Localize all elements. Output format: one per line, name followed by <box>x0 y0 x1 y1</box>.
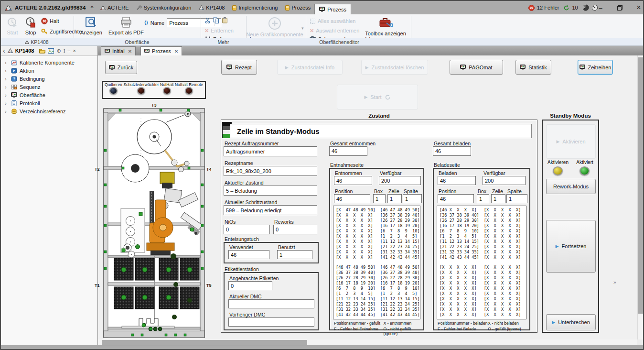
verfuegbar-field[interactable] <box>379 176 421 185</box>
ribbon-neue-grafikkomponente-button[interactable]: Neue Grafikkomponente <box>249 15 300 39</box>
nothalt-remote-light <box>185 87 193 95</box>
menu-tab-prozess[interactable]: Prozess <box>285 5 311 11</box>
titlebar-active-tab-prozess[interactable]: Prozess <box>314 4 351 14</box>
tree-item-sequenz[interactable]: › Sequenz <box>1 83 97 91</box>
play-icon: ▶ <box>556 244 559 249</box>
box-field[interactable] <box>373 194 386 203</box>
pie-chart-icon[interactable] <box>582 4 589 11</box>
cut-icon[interactable] <box>204 17 211 23</box>
doc-tab-initial[interactable]: Initial ✕ <box>101 46 136 55</box>
close-tab-icon[interactable]: ✕ <box>174 49 178 54</box>
zeile-field[interactable] <box>387 194 402 203</box>
minimize-button[interactable]: – <box>596 4 605 11</box>
menu-tab-systemkonfiguration[interactable]: Systemkonfiguration <box>137 5 192 11</box>
application-window: ACTERE 2.0.2162.gfd99834 ^ ACTERE System… <box>0 0 644 350</box>
etikettierstation-groupbox: Angebrachte Etiketten Aktueller DMC Vorh… <box>224 272 319 330</box>
position-field[interactable] <box>438 194 474 203</box>
paste-icon[interactable] <box>222 17 228 23</box>
grafik-dropdown-chevron[interactable]: ▾ <box>301 26 304 31</box>
ribbon-alles-auswaehlen-button[interactable]: Alles auswählen <box>310 17 356 25</box>
zeitreihen-button[interactable]: Zeitreihen <box>578 60 613 75</box>
tree-item-bedingung[interactable]: › ? Bedingung <box>1 75 97 83</box>
screenshot-icon[interactable] <box>48 48 54 54</box>
expander-icon[interactable]: › <box>5 84 9 90</box>
ribbon-zugriffsrechte-button[interactable]: Zugriffsrechte <box>41 28 82 35</box>
tree-item-aktion[interactable]: › Aktion <box>1 66 97 75</box>
menu-tab-implementierung[interactable]: Implementierung <box>232 5 278 11</box>
statistik-button[interactable]: Statistik <box>515 60 551 75</box>
menu-tab-actere[interactable]: ACTERE <box>100 5 129 11</box>
zeile-field[interactable] <box>491 194 505 203</box>
vertical-align-icon[interactable]: I <box>64 48 65 54</box>
expander-icon[interactable]: › <box>5 109 9 114</box>
ribbon-anzeigen-button[interactable]: Anzeigen <box>77 15 105 39</box>
spalte-field[interactable] <box>403 194 422 203</box>
back-chevron-icon[interactable]: ‹ <box>3 47 5 55</box>
entnommen-field[interactable] <box>334 176 372 185</box>
tree-item-verzeichnisreferenz[interactable]: › Verzeichnisreferenz <box>1 107 97 115</box>
close-tab-icon[interactable]: ✕ <box>128 49 132 54</box>
unterbrechen-button[interactable]: ▶ Unterbrechen <box>546 314 596 330</box>
aktivieren-button[interactable]: ▶ Aktivieren <box>546 124 596 159</box>
spalte-field[interactable] <box>506 194 527 203</box>
horizontal-scrollbar-thumb[interactable] <box>102 340 307 345</box>
rezept-auftragsnummer-field[interactable] <box>224 146 317 156</box>
ribbon-start-button[interactable]: Start <box>4 15 21 39</box>
maximize-button[interactable] <box>615 5 624 11</box>
aktueller-dmc-field[interactable] <box>228 299 314 308</box>
ribbon-collapse-chevron[interactable]: ^ <box>90 5 94 11</box>
tree-item-protokoll[interactable]: › Protokoll <box>1 99 97 107</box>
copy-icon[interactable] <box>213 17 219 23</box>
verfuegbar-field[interactable] <box>483 176 526 185</box>
refresh-icon[interactable] <box>563 5 569 11</box>
ribbon-toolbox-button[interactable]: Toolbox anzeigen <box>364 15 407 39</box>
angebrachte-etiketten-field[interactable] <box>228 281 272 290</box>
zustandsdatei-info-button[interactable]: ▶ Zustandsdatei Info <box>277 60 343 75</box>
gesamt-entnommen-field[interactable] <box>329 146 367 156</box>
reworks-field[interactable] <box>273 225 317 234</box>
expander-icon[interactable]: › <box>5 68 9 74</box>
tree-item-oberflaeche[interactable]: › Oberfläche <box>1 91 97 99</box>
open-folder-icon[interactable] <box>39 48 45 54</box>
entnahme-position-grid: [X 47 48 49 50] [X X X X X] [X X X X X] … <box>333 206 420 319</box>
close-panel-icon[interactable]: × <box>73 48 75 54</box>
tree-item-kalibrierte-komponente[interactable]: › Kalibrierte Komponente <box>1 58 97 66</box>
expander-icon[interactable]: › <box>5 92 9 98</box>
split-icon[interactable]: ÷ <box>67 48 70 54</box>
rework-modus-button[interactable]: Rework-Modus <box>546 179 596 194</box>
rezeptname-field[interactable] <box>224 166 317 176</box>
rezept-button[interactable]: Rezept <box>221 60 257 75</box>
benutzt-field[interactable] <box>277 250 312 259</box>
vorheriger-dmc-field[interactable] <box>228 317 314 327</box>
ribbon-entfernen-button[interactable]: ✕ Entfernen <box>204 27 234 34</box>
move-icon[interactable]: ⊕ <box>56 48 61 54</box>
doc-tab-prozess[interactable]: Prozess ✕ <box>140 46 182 55</box>
box-field[interactable] <box>477 194 489 203</box>
safety-quittieren[interactable]: Quittieren <box>105 82 122 98</box>
start-process-button[interactable]: ▶ Start <box>337 85 418 109</box>
beladen-field[interactable] <box>438 176 476 185</box>
ribbon-halt-button[interactable]: Halt <box>41 17 59 25</box>
verwendet-field[interactable] <box>228 250 269 259</box>
menu-tab-kp1408[interactable]: KP1408 <box>199 5 225 11</box>
vertical-scrollbar-thumb[interactable] <box>638 57 643 314</box>
svg-text:?: ? <box>13 77 15 81</box>
error-icon[interactable] <box>528 5 535 11</box>
select-all-icon <box>310 18 316 24</box>
aktueller-zustand-field[interactable] <box>224 186 317 196</box>
pagomat-button[interactable]: PAGOmat <box>450 60 503 75</box>
nios-field[interactable] <box>224 225 270 234</box>
ribbon-stop-button[interactable]: Stop <box>22 15 39 39</box>
fortsetzen-button[interactable]: ▶ Fortsetzen <box>546 220 596 273</box>
expander-icon[interactable]: › <box>5 60 9 66</box>
expander-icon[interactable]: › <box>5 100 9 106</box>
close-button[interactable]: × <box>634 3 643 12</box>
position-field[interactable] <box>334 194 370 203</box>
zurueck-button[interactable]: Zurück <box>105 61 137 74</box>
ribbon-export-pdf-button[interactable]: Export als PDF <box>107 15 145 39</box>
aktueller-schrittzustand-field[interactable] <box>224 205 317 215</box>
gesamt-beladen-field[interactable] <box>433 146 471 156</box>
zustandsdatei-loeschen-button[interactable]: ▶ Zustandsdatei löschen <box>361 60 428 75</box>
ribbon-auswahl-entfernen-button[interactable]: ✕ Auswahl entfernen <box>310 27 359 34</box>
expander-icon[interactable]: › <box>5 76 9 82</box>
